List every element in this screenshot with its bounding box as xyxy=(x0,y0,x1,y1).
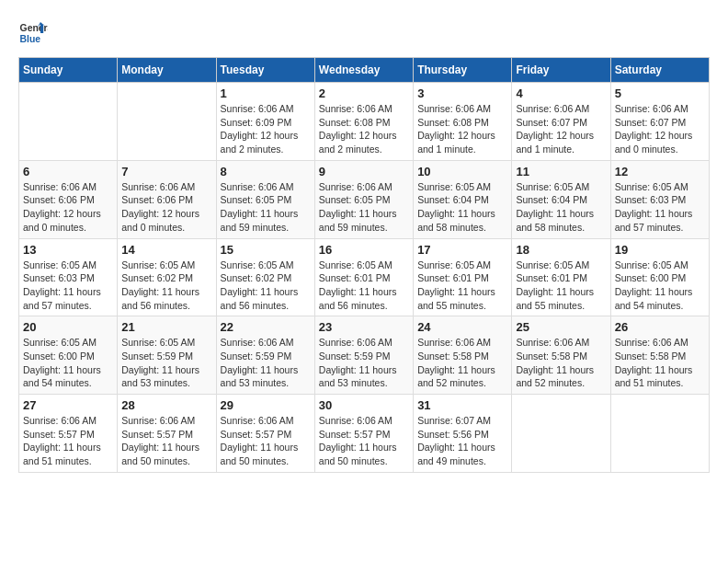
calendar-cell: 8Sunrise: 6:06 AM Sunset: 6:05 PM Daylig… xyxy=(216,160,314,238)
day-info: Sunrise: 6:05 AM Sunset: 6:02 PM Dayligh… xyxy=(121,259,211,313)
calendar-cell: 16Sunrise: 6:05 AM Sunset: 6:01 PM Dayli… xyxy=(314,238,413,316)
day-info: Sunrise: 6:05 AM Sunset: 6:03 PM Dayligh… xyxy=(23,259,113,313)
day-info: Sunrise: 6:06 AM Sunset: 5:58 PM Dayligh… xyxy=(615,336,705,390)
calendar-cell: 25Sunrise: 6:06 AM Sunset: 5:58 PM Dayli… xyxy=(512,316,610,395)
day-info: Sunrise: 6:05 AM Sunset: 5:59 PM Dayligh… xyxy=(121,336,211,390)
calendar-cell: 17Sunrise: 6:05 AM Sunset: 6:01 PM Dayli… xyxy=(414,238,512,316)
calendar-cell xyxy=(19,83,118,161)
day-info: Sunrise: 6:05 AM Sunset: 6:00 PM Dayligh… xyxy=(23,336,113,390)
day-number: 3 xyxy=(417,86,507,100)
day-info: Sunrise: 6:06 AM Sunset: 5:58 PM Dayligh… xyxy=(516,336,606,390)
calendar-cell: 6Sunrise: 6:06 AM Sunset: 6:06 PM Daylig… xyxy=(19,160,118,238)
day-info: Sunrise: 6:06 AM Sunset: 5:59 PM Dayligh… xyxy=(221,336,311,390)
day-number: 14 xyxy=(121,243,211,257)
day-number: 1 xyxy=(221,86,311,100)
day-number: 7 xyxy=(121,165,211,178)
day-info: Sunrise: 6:06 AM Sunset: 6:08 PM Dayligh… xyxy=(417,102,507,156)
day-info: Sunrise: 6:07 AM Sunset: 5:56 PM Dayligh… xyxy=(417,414,507,468)
calendar-cell: 23Sunrise: 6:06 AM Sunset: 5:59 PM Dayli… xyxy=(314,316,413,395)
header-saturday: Saturday xyxy=(610,58,709,83)
day-info: Sunrise: 6:06 AM Sunset: 6:05 PM Dayligh… xyxy=(221,180,311,235)
day-number: 27 xyxy=(23,398,113,412)
day-number: 28 xyxy=(121,398,211,412)
day-number: 24 xyxy=(417,320,507,334)
calendar-cell: 12Sunrise: 6:05 AM Sunset: 6:03 PM Dayli… xyxy=(610,160,709,238)
day-number: 19 xyxy=(615,243,705,257)
calendar-cell: 13Sunrise: 6:05 AM Sunset: 6:03 PM Dayli… xyxy=(19,238,118,316)
day-number: 18 xyxy=(516,243,606,257)
calendar-cell: 5Sunrise: 6:06 AM Sunset: 6:07 PM Daylig… xyxy=(610,83,709,161)
svg-text:General: General xyxy=(20,23,48,33)
calendar-cell: 9Sunrise: 6:06 AM Sunset: 6:05 PM Daylig… xyxy=(314,160,413,238)
week-row-3: 13Sunrise: 6:05 AM Sunset: 6:03 PM Dayli… xyxy=(19,238,710,316)
logo: General Blue xyxy=(18,18,48,48)
day-number: 16 xyxy=(319,243,409,257)
day-number: 29 xyxy=(221,398,311,412)
calendar-cell: 24Sunrise: 6:06 AM Sunset: 5:58 PM Dayli… xyxy=(414,316,512,395)
day-info: Sunrise: 6:06 AM Sunset: 5:57 PM Dayligh… xyxy=(121,414,211,468)
day-info: Sunrise: 6:06 AM Sunset: 5:57 PM Dayligh… xyxy=(221,414,311,468)
day-number: 22 xyxy=(221,320,311,334)
calendar-cell: 1Sunrise: 6:06 AM Sunset: 6:09 PM Daylig… xyxy=(216,83,314,161)
day-info: Sunrise: 6:06 AM Sunset: 6:06 PM Dayligh… xyxy=(23,180,113,235)
day-number: 11 xyxy=(516,165,606,178)
header-monday: Monday xyxy=(118,58,216,83)
day-number: 25 xyxy=(516,320,606,334)
day-number: 21 xyxy=(121,320,211,334)
calendar-cell xyxy=(610,395,709,473)
week-row-2: 6Sunrise: 6:06 AM Sunset: 6:06 PM Daylig… xyxy=(19,160,710,238)
day-info: Sunrise: 6:06 AM Sunset: 6:08 PM Dayligh… xyxy=(319,102,409,156)
day-info: Sunrise: 6:05 AM Sunset: 6:01 PM Dayligh… xyxy=(516,259,606,313)
day-number: 12 xyxy=(615,165,705,178)
week-row-1: 1Sunrise: 6:06 AM Sunset: 6:09 PM Daylig… xyxy=(19,83,710,161)
header-thursday: Thursday xyxy=(414,58,512,83)
day-number: 9 xyxy=(319,165,409,178)
calendar-cell: 14Sunrise: 6:05 AM Sunset: 6:02 PM Dayli… xyxy=(118,238,216,316)
header-wednesday: Wednesday xyxy=(314,58,413,83)
day-number: 23 xyxy=(319,320,409,334)
calendar-cell: 22Sunrise: 6:06 AM Sunset: 5:59 PM Dayli… xyxy=(216,316,314,395)
day-info: Sunrise: 6:06 AM Sunset: 6:07 PM Dayligh… xyxy=(516,102,606,156)
calendar-cell: 27Sunrise: 6:06 AM Sunset: 5:57 PM Dayli… xyxy=(19,395,118,473)
day-number: 26 xyxy=(615,320,705,334)
svg-text:Blue: Blue xyxy=(20,34,41,44)
logo-icon: General Blue xyxy=(18,18,48,48)
calendar-cell: 11Sunrise: 6:05 AM Sunset: 6:04 PM Dayli… xyxy=(512,160,610,238)
day-number: 6 xyxy=(23,165,113,178)
calendar-cell xyxy=(512,395,610,473)
page-header: General Blue xyxy=(18,18,710,48)
calendar-cell: 18Sunrise: 6:05 AM Sunset: 6:01 PM Dayli… xyxy=(512,238,610,316)
calendar-cell: 26Sunrise: 6:06 AM Sunset: 5:58 PM Dayli… xyxy=(610,316,709,395)
day-info: Sunrise: 6:05 AM Sunset: 6:04 PM Dayligh… xyxy=(516,180,606,235)
calendar-cell: 15Sunrise: 6:05 AM Sunset: 6:02 PM Dayli… xyxy=(216,238,314,316)
calendar-cell: 20Sunrise: 6:05 AM Sunset: 6:00 PM Dayli… xyxy=(19,316,118,395)
header-row: SundayMondayTuesdayWednesdayThursdayFrid… xyxy=(19,58,710,83)
day-info: Sunrise: 6:06 AM Sunset: 6:07 PM Dayligh… xyxy=(615,102,705,156)
calendar-cell: 31Sunrise: 6:07 AM Sunset: 5:56 PM Dayli… xyxy=(414,395,512,473)
day-info: Sunrise: 6:06 AM Sunset: 5:59 PM Dayligh… xyxy=(319,336,409,390)
week-row-5: 27Sunrise: 6:06 AM Sunset: 5:57 PM Dayli… xyxy=(19,395,710,473)
day-number: 10 xyxy=(417,165,507,178)
day-number: 2 xyxy=(319,86,409,100)
header-sunday: Sunday xyxy=(19,58,118,83)
day-number: 15 xyxy=(221,243,311,257)
day-number: 30 xyxy=(319,398,409,412)
calendar-header: SundayMondayTuesdayWednesdayThursdayFrid… xyxy=(19,58,710,83)
day-info: Sunrise: 6:05 AM Sunset: 6:01 PM Dayligh… xyxy=(417,259,507,313)
week-row-4: 20Sunrise: 6:05 AM Sunset: 6:00 PM Dayli… xyxy=(19,316,710,395)
header-friday: Friday xyxy=(512,58,610,83)
calendar-cell: 4Sunrise: 6:06 AM Sunset: 6:07 PM Daylig… xyxy=(512,83,610,161)
day-number: 8 xyxy=(221,165,311,178)
day-info: Sunrise: 6:06 AM Sunset: 6:05 PM Dayligh… xyxy=(319,180,409,235)
calendar-cell: 19Sunrise: 6:05 AM Sunset: 6:00 PM Dayli… xyxy=(610,238,709,316)
calendar-cell: 28Sunrise: 6:06 AM Sunset: 5:57 PM Dayli… xyxy=(118,395,216,473)
day-info: Sunrise: 6:05 AM Sunset: 6:02 PM Dayligh… xyxy=(221,259,311,313)
day-number: 13 xyxy=(23,243,113,257)
day-number: 4 xyxy=(516,86,606,100)
day-number: 31 xyxy=(417,398,507,412)
header-tuesday: Tuesday xyxy=(216,58,314,83)
calendar-table: SundayMondayTuesdayWednesdayThursdayFrid… xyxy=(18,57,710,473)
day-info: Sunrise: 6:05 AM Sunset: 6:01 PM Dayligh… xyxy=(319,259,409,313)
calendar-cell: 3Sunrise: 6:06 AM Sunset: 6:08 PM Daylig… xyxy=(414,83,512,161)
day-info: Sunrise: 6:06 AM Sunset: 6:06 PM Dayligh… xyxy=(121,180,211,235)
